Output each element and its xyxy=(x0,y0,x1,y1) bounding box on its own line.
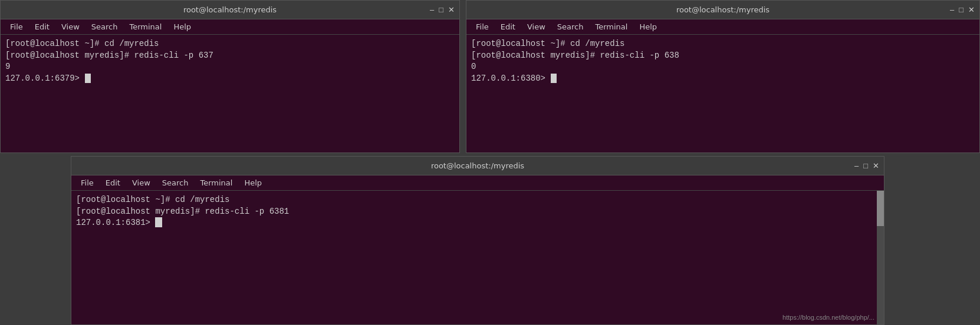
terminal-window-2: root@localhost:/myredis – □ ✕ File Edit … xyxy=(466,0,980,153)
close-button-3[interactable]: ✕ xyxy=(873,162,879,170)
terminal-output-1: [root@localhost ~]# cd /myredis [root@lo… xyxy=(5,38,455,84)
scrollbar-3[interactable] xyxy=(877,191,884,324)
title-controls-1: – □ ✕ xyxy=(430,6,455,14)
title-bar-2: root@localhost:/myredis – □ ✕ xyxy=(466,1,979,19)
title-controls-2: – □ ✕ xyxy=(950,6,975,14)
menu-terminal-1[interactable]: Terminal xyxy=(123,21,167,33)
menu-bar-3: File Edit View Search Terminal Help xyxy=(71,175,884,191)
menu-search-2[interactable]: Search xyxy=(551,21,590,33)
cursor-1 xyxy=(85,74,91,83)
menu-search-1[interactable]: Search xyxy=(85,21,124,33)
title-3: root@localhost:/myredis xyxy=(431,161,524,170)
menu-edit-3[interactable]: Edit xyxy=(100,177,126,189)
menu-edit-1[interactable]: Edit xyxy=(29,21,55,33)
maximize-button-2[interactable]: □ xyxy=(959,6,963,14)
title-controls-3: – □ ✕ xyxy=(854,162,879,170)
menu-bar-2: File Edit View Search Terminal Help xyxy=(466,19,979,35)
title-2: root@localhost:/myredis xyxy=(676,5,769,14)
terminal-body-2[interactable]: [root@localhost ~]# cd /myredis [root@lo… xyxy=(466,35,979,152)
terminal-body-3[interactable]: [root@localhost ~]# cd /myredis [root@lo… xyxy=(71,191,884,324)
menu-help-1[interactable]: Help xyxy=(167,21,197,33)
terminal-window-1: root@localhost:/myredis – □ ✕ File Edit … xyxy=(0,0,460,153)
minimize-button-2[interactable]: – xyxy=(950,6,954,14)
menu-view-1[interactable]: View xyxy=(55,21,85,33)
minimize-button-3[interactable]: – xyxy=(854,162,859,170)
terminal-output-3: [root@localhost ~]# cd /myredis [root@lo… xyxy=(76,194,879,229)
minimize-button-1[interactable]: – xyxy=(430,6,434,14)
maximize-button-3[interactable]: □ xyxy=(863,162,868,170)
title-bar-3: root@localhost:/myredis – □ ✕ xyxy=(71,157,884,175)
menu-terminal-2[interactable]: Terminal xyxy=(589,21,633,33)
cursor-2 xyxy=(551,74,557,83)
menu-edit-2[interactable]: Edit xyxy=(495,21,521,33)
close-button-1[interactable]: ✕ xyxy=(448,6,455,14)
maximize-button-1[interactable]: □ xyxy=(439,6,443,14)
terminal-output-2: [root@localhost ~]# cd /myredis [root@lo… xyxy=(471,38,975,84)
menu-view-3[interactable]: View xyxy=(126,177,156,189)
watermark-3: https://blog.csdn.net/blog/php/... xyxy=(782,313,874,322)
title-1: root@localhost:/myredis xyxy=(183,5,277,14)
menu-terminal-3[interactable]: Terminal xyxy=(194,177,238,189)
menu-help-2[interactable]: Help xyxy=(633,21,663,33)
terminal-window-3: root@localhost:/myredis – □ ✕ File Edit … xyxy=(71,156,884,325)
cursor-3 xyxy=(155,217,162,227)
close-button-2[interactable]: ✕ xyxy=(968,6,975,14)
menu-bar-1: File Edit View Search Terminal Help xyxy=(1,19,459,35)
scrollbar-thumb-3[interactable] xyxy=(877,191,884,226)
menu-search-3[interactable]: Search xyxy=(156,177,195,189)
menu-help-3[interactable]: Help xyxy=(238,177,268,189)
menu-file-3[interactable]: File xyxy=(75,177,100,189)
menu-file-2[interactable]: File xyxy=(470,21,495,33)
menu-file-1[interactable]: File xyxy=(4,21,29,33)
menu-view-2[interactable]: View xyxy=(521,21,551,33)
title-bar-1: root@localhost:/myredis – □ ✕ xyxy=(1,1,459,19)
terminal-body-1[interactable]: [root@localhost ~]# cd /myredis [root@lo… xyxy=(1,35,459,152)
